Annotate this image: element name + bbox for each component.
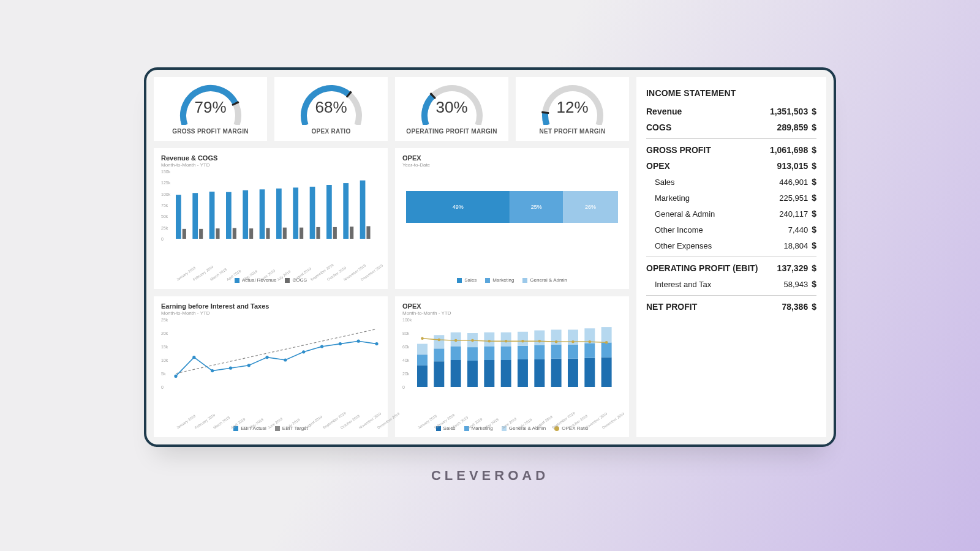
svg-rect-46 bbox=[434, 348, 444, 361]
svg-rect-56 bbox=[484, 332, 494, 347]
income-row: Other Expenses18,804$ bbox=[646, 241, 816, 250]
svg-point-82 bbox=[488, 340, 491, 343]
svg-rect-23 bbox=[366, 226, 370, 239]
income-value: 1,061,698 bbox=[770, 145, 808, 155]
svg-point-86 bbox=[555, 340, 558, 343]
svg-rect-52 bbox=[467, 347, 478, 361]
legend-item: Sales bbox=[457, 277, 477, 283]
income-label: Sales bbox=[646, 178, 675, 187]
income-label: OPEX bbox=[646, 161, 670, 171]
svg-point-30 bbox=[174, 375, 177, 378]
income-value: 18,804 bbox=[783, 241, 808, 250]
income-row: Other Income7,440$ bbox=[646, 225, 816, 234]
svg-rect-17 bbox=[316, 227, 320, 239]
income-label: Other Expenses bbox=[646, 241, 712, 250]
left-column: 79%GROSS PROFIT MARGIN 68%OPEX RATIO 30%… bbox=[154, 77, 629, 437]
currency: $ bbox=[812, 177, 816, 187]
chart-subtitle: Year-to-Date bbox=[402, 162, 622, 168]
svg-rect-65 bbox=[534, 331, 545, 345]
income-label: General & Admin bbox=[646, 209, 715, 219]
currency: $ bbox=[812, 225, 816, 234]
legend-item: General & Admin bbox=[522, 277, 567, 283]
gauge-value: 30% bbox=[435, 98, 467, 117]
income-label: NET PROFIT bbox=[646, 302, 697, 312]
svg-rect-0 bbox=[176, 195, 181, 239]
chart-title: Revenue & COGS bbox=[161, 154, 380, 162]
svg-rect-15 bbox=[300, 228, 303, 239]
currency: $ bbox=[812, 107, 816, 116]
svg-rect-64 bbox=[534, 345, 545, 359]
svg-rect-48 bbox=[451, 360, 461, 387]
svg-rect-77 bbox=[601, 327, 612, 342]
opex-ytd-card: OPEX Year-to-Date 49%25%26% SalesMarketi… bbox=[395, 148, 629, 289]
svg-rect-12 bbox=[276, 189, 282, 239]
svg-rect-13 bbox=[283, 228, 287, 239]
svg-point-79 bbox=[438, 339, 441, 342]
gauge-card: 12%NET PROFIT MARGIN bbox=[516, 77, 629, 141]
svg-rect-8 bbox=[243, 190, 248, 239]
gauge-row: 79%GROSS PROFIT MARGIN 68%OPEX RATIO 30%… bbox=[154, 77, 629, 141]
svg-point-38 bbox=[320, 345, 323, 348]
svg-rect-19 bbox=[333, 227, 337, 239]
svg-rect-63 bbox=[534, 359, 545, 387]
svg-rect-75 bbox=[601, 358, 612, 387]
svg-point-80 bbox=[454, 339, 458, 342]
brand-label: CLEVEROAD bbox=[431, 468, 549, 484]
income-row: Sales446,901$ bbox=[646, 177, 816, 187]
svg-rect-70 bbox=[568, 345, 578, 359]
svg-point-37 bbox=[302, 350, 305, 353]
svg-rect-76 bbox=[601, 342, 612, 357]
svg-rect-14 bbox=[293, 187, 298, 239]
svg-point-31 bbox=[192, 356, 195, 359]
income-value: 240,117 bbox=[779, 209, 808, 219]
svg-point-84 bbox=[521, 340, 524, 343]
income-row: Interest and Tax58,943$ bbox=[646, 279, 816, 289]
revenue-cogs-chart: 150k125k100k75k50k25k0January 2019Februa… bbox=[161, 171, 380, 275]
ebit-chart: 25k20k15k10k5k0January 2019February 2019… bbox=[161, 320, 380, 423]
charts-row-3: Earning before Interest and Taxes Month-… bbox=[154, 296, 629, 437]
gauge-card: 30%OPERATING PROFIT MARGIN bbox=[395, 77, 508, 141]
currency: $ bbox=[812, 209, 816, 219]
income-label: OPERATING PROFIT (EBIT) bbox=[646, 263, 758, 273]
currency: $ bbox=[812, 145, 816, 155]
gauge-value: 68% bbox=[315, 98, 347, 117]
svg-point-32 bbox=[211, 369, 214, 372]
income-value: 913,015 bbox=[777, 161, 809, 171]
income-value: 289,859 bbox=[777, 122, 809, 132]
income-statement-body: Revenue1,351,503$COGS289,859$GROSS PROFI… bbox=[646, 107, 816, 312]
svg-rect-4 bbox=[209, 192, 215, 239]
svg-rect-59 bbox=[501, 332, 511, 347]
gauge-card: 79%GROSS PROFIT MARGIN bbox=[154, 77, 267, 141]
income-row: OPEX913,015$ bbox=[646, 161, 816, 171]
revenue-cogs-card: Revenue & COGS Month-to-Month - YTD 150k… bbox=[154, 148, 388, 289]
currency: $ bbox=[812, 161, 816, 171]
income-label: Revenue bbox=[646, 107, 682, 116]
income-row: COGS289,859$ bbox=[646, 122, 816, 132]
svg-text:26%: 26% bbox=[585, 204, 596, 210]
svg-rect-58 bbox=[501, 347, 511, 360]
currency: $ bbox=[812, 302, 816, 312]
svg-rect-44 bbox=[417, 344, 428, 355]
svg-rect-3 bbox=[199, 229, 203, 239]
svg-rect-67 bbox=[551, 345, 562, 359]
svg-rect-49 bbox=[451, 347, 461, 360]
svg-rect-21 bbox=[350, 227, 353, 239]
legend-item: Marketing bbox=[485, 277, 514, 283]
currency: $ bbox=[812, 263, 816, 273]
svg-text:49%: 49% bbox=[453, 204, 464, 210]
legend-item: Actual Revenue bbox=[235, 277, 276, 283]
svg-rect-55 bbox=[484, 347, 494, 360]
gauge-label: NET PROFIT MARGIN bbox=[540, 128, 606, 135]
gauge-value: 79% bbox=[194, 98, 226, 117]
opex-ytd-chart: 49%25%26% bbox=[402, 171, 622, 275]
gauge-label: GROSS PROFIT MARGIN bbox=[172, 128, 249, 135]
svg-rect-47 bbox=[434, 335, 444, 348]
income-value: 7,440 bbox=[788, 225, 809, 234]
svg-rect-20 bbox=[343, 183, 349, 239]
svg-rect-9 bbox=[249, 228, 253, 239]
chart-title: OPEX bbox=[402, 154, 622, 162]
income-row: Revenue1,351,503$ bbox=[646, 107, 816, 116]
svg-rect-57 bbox=[501, 360, 511, 387]
svg-rect-10 bbox=[260, 189, 265, 239]
svg-rect-11 bbox=[266, 228, 270, 239]
